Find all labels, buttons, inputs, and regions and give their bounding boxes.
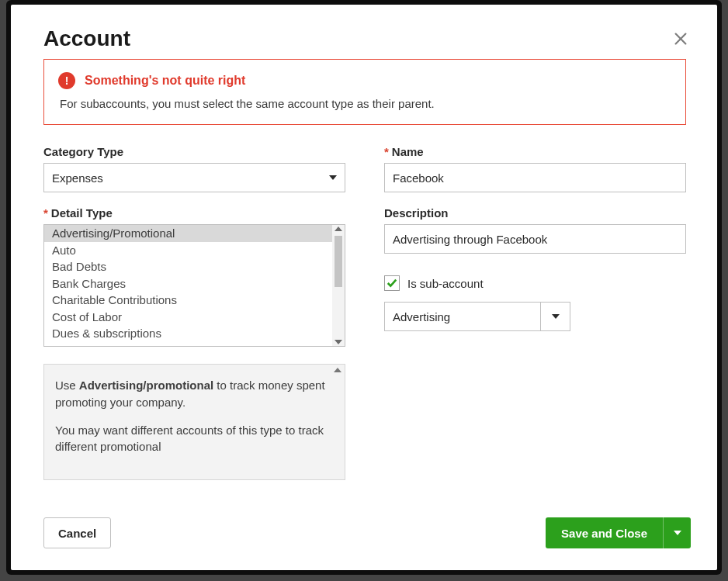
detail-type-option[interactable]: Dues & subscriptions: [44, 325, 332, 342]
account-modal: Account ! Something's not quite right Fo…: [11, 5, 717, 570]
scroll-up-icon[interactable]: [334, 368, 341, 372]
alert-title: Something's not quite right: [85, 74, 245, 88]
caret-down-icon: [329, 175, 337, 180]
modal-title: Account: [43, 26, 130, 51]
description-label: Description: [384, 206, 686, 220]
category-type-value: Expenses: [52, 171, 103, 185]
category-type-label: Category Type: [43, 145, 345, 158]
error-alert: ! Something's not quite right For subacc…: [43, 59, 686, 125]
sub-account-checkbox[interactable]: [384, 275, 400, 291]
detail-type-field: *Detail Type Advertising/PromotionalAuto…: [43, 206, 345, 347]
sub-account-select-caret[interactable]: [540, 303, 570, 330]
name-input-wrap: [384, 163, 686, 192]
sub-account-value: Advertising: [385, 303, 540, 330]
left-column: Category Type Expenses *Detail Type Adve…: [43, 145, 345, 480]
help-paragraph-1: Use Advertising/promotional to track mon…: [55, 377, 326, 411]
save-and-close-button[interactable]: Save and Close: [546, 517, 663, 548]
scroll-thumb[interactable]: [335, 236, 342, 287]
detail-type-option[interactable]: Bad Debts: [44, 258, 332, 275]
detail-type-option[interactable]: Cost of Labor: [44, 309, 332, 326]
save-dropdown-button[interactable]: [663, 517, 691, 548]
modal-header: Account: [11, 5, 717, 59]
sub-account-row: Is sub-account: [384, 275, 686, 291]
listbox-scrollbar[interactable]: [332, 225, 345, 346]
category-type-field: Category Type Expenses: [43, 145, 345, 192]
close-icon[interactable]: [672, 30, 689, 47]
category-type-select[interactable]: Expenses: [43, 163, 345, 192]
helpbox-scrollbar[interactable]: [332, 366, 343, 478]
alert-icon: !: [58, 72, 75, 89]
detail-type-help: Use Advertising/promotional to track mon…: [43, 364, 345, 480]
alert-message: For subaccounts, you must select the sam…: [58, 97, 671, 110]
modal-body-wrap: ! Something's not quite right For subacc…: [11, 59, 717, 502]
detail-type-option[interactable]: Auto: [44, 242, 332, 259]
modal-footer: Cancel Save and Close: [11, 502, 717, 570]
help-paragraph-2: You may want different accounts of this …: [55, 422, 326, 456]
detail-type-option[interactable]: Bank Charges: [44, 275, 332, 292]
sub-account-select[interactable]: Advertising: [384, 302, 570, 331]
sub-account-label: Is sub-account: [407, 277, 484, 290]
detail-type-option[interactable]: Charitable Contributions: [44, 292, 332, 309]
description-input-wrap: [384, 224, 686, 254]
detail-type-label: *Detail Type: [43, 206, 345, 220]
scroll-up-icon[interactable]: [335, 227, 342, 231]
name-input[interactable]: [393, 171, 678, 185]
detail-type-option[interactable]: Advertising/Promotional: [44, 225, 332, 242]
name-field: *Name: [384, 145, 686, 192]
description-field: Description: [384, 206, 686, 254]
cancel-button[interactable]: Cancel: [43, 517, 111, 548]
save-button-group: Save and Close: [546, 517, 691, 548]
detail-type-option[interactable]: Entertainment: [44, 342, 332, 347]
detail-type-listbox[interactable]: Advertising/PromotionalAutoBad DebtsBank…: [43, 224, 345, 347]
right-column: *Name Description: [384, 145, 686, 480]
caret-down-icon: [674, 531, 681, 535]
description-input[interactable]: [393, 233, 678, 246]
name-label: *Name: [384, 145, 686, 158]
modal-body[interactable]: ! Something's not quite right For subacc…: [43, 59, 700, 502]
scroll-down-icon[interactable]: [335, 340, 342, 344]
caret-down-icon: [552, 314, 560, 319]
